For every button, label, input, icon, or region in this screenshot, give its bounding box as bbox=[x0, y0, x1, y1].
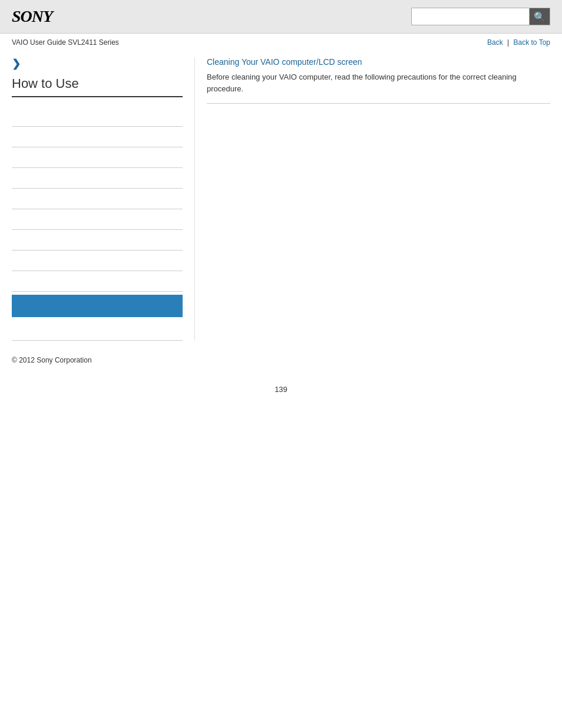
list-item[interactable] bbox=[12, 230, 183, 251]
search-area: 🔍 bbox=[411, 8, 550, 25]
sidebar: ❯ How to Use bbox=[12, 57, 194, 341]
search-button[interactable]: 🔍 bbox=[529, 8, 550, 25]
page-number: 139 bbox=[0, 373, 562, 406]
content-area: Cleaning Your VAIO computer/LCD screen B… bbox=[194, 57, 550, 341]
list-item[interactable] bbox=[12, 189, 183, 209]
search-icon: 🔍 bbox=[534, 11, 546, 22]
list-item[interactable] bbox=[12, 106, 183, 127]
list-item[interactable] bbox=[12, 251, 183, 271]
back-link[interactable]: Back bbox=[487, 38, 503, 47]
footer: © 2012 Sony Corporation bbox=[0, 347, 562, 373]
list-item[interactable] bbox=[12, 209, 183, 230]
nav-bar: VAIO User Guide SVL2411 Series Back | Ba… bbox=[0, 34, 562, 51]
list-item[interactable] bbox=[12, 320, 183, 341]
sidebar-highlight-item[interactable] bbox=[12, 295, 183, 317]
list-item[interactable] bbox=[12, 168, 183, 189]
back-to-top-link[interactable]: Back to Top bbox=[514, 38, 550, 47]
breadcrumb: VAIO User Guide SVL2411 Series bbox=[12, 38, 119, 47]
list-item[interactable] bbox=[12, 147, 183, 168]
sidebar-title: How to Use bbox=[12, 76, 183, 97]
article-description: Before cleaning your VAIO computer, read… bbox=[207, 71, 550, 94]
list-item[interactable] bbox=[12, 127, 183, 147]
content-divider bbox=[207, 103, 550, 104]
header: SONY 🔍 bbox=[0, 0, 562, 34]
copyright: © 2012 Sony Corporation bbox=[12, 356, 92, 364]
list-item[interactable] bbox=[12, 271, 183, 292]
article-title-link[interactable]: Cleaning Your VAIO computer/LCD screen bbox=[207, 57, 550, 67]
sony-logo: SONY bbox=[12, 7, 52, 26]
separator: | bbox=[507, 38, 509, 47]
nav-links: Back | Back to Top bbox=[487, 38, 550, 47]
search-input[interactable] bbox=[411, 8, 529, 25]
main-content: ❯ How to Use Cleaning Your VAIO computer… bbox=[0, 51, 562, 347]
sidebar-arrow: ❯ bbox=[12, 57, 183, 70]
